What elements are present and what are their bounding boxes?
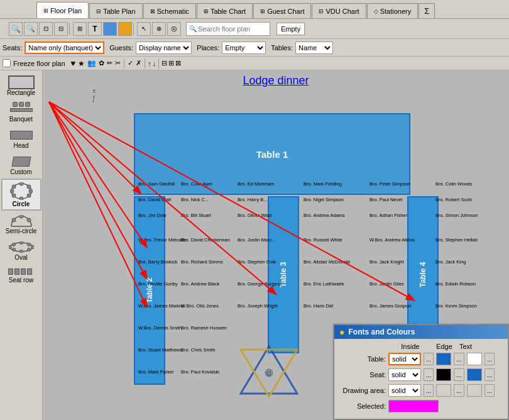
rectangle-label: Rectangle [7,89,35,96]
sidebar-item-banquet[interactable]: Banquet [1,99,41,125]
tab-table-chart[interactable]: ⊞ Table Chart [197,3,253,18]
panel-table-edge-color[interactable] [436,353,451,365]
grid-button[interactable]: ⊞ [73,22,87,36]
guest-name: Bro. Colin Woods [435,181,472,187]
panel-table-text-color[interactable] [467,353,482,365]
panel-seat-edge-color[interactable] [436,368,451,381]
icon-up[interactable]: ↑ [148,60,151,67]
sidebar-item-circle[interactable]: Circle [1,179,41,211]
guest-name: Bro. Jim Dole [138,213,167,218]
svg-line-29 [49,102,146,306]
icon-scissors[interactable]: ✂ [114,59,121,67]
table-3[interactable]: Table 3 [268,196,299,353]
seats-dropdown[interactable]: Name only (banquet) [25,41,104,54]
panel-title-bar[interactable]: ● Fonts and Colours [334,325,508,339]
panel-seat-text-color[interactable] [467,368,482,381]
guest-name: Bro. Adrian Fisher [369,213,407,218]
panel-seat-style[interactable]: solid [388,368,421,381]
zoom-out-button[interactable]: 🔍 [24,22,38,36]
panel-drawing-text-dots[interactable]: ... [484,384,495,397]
tool2-button[interactable]: ⊕ [152,22,166,36]
icon-grid1[interactable]: ⊟ [161,59,167,67]
tab-schematic[interactable]: ⊠ Schematic [143,3,196,18]
svg-point-11 [12,218,16,222]
zoom-in-button[interactable]: 🔍 [9,22,23,36]
panel-table-style[interactable]: solid [388,353,421,365]
svg-point-10 [27,218,31,222]
tab-stationery[interactable]: ◇ Stationery [367,3,419,18]
icon-check[interactable]: ✓ [127,59,134,67]
guest-name: Bro. Alistair McDonald [304,259,350,265]
panel-drawing-edge-color[interactable] [436,384,451,397]
sidebar-item-seat-row[interactable]: Seat row [1,264,41,286]
svg-point-6 [12,194,16,197]
guest-name: Bro. Mark Parker [138,369,174,375]
panel-table-text-dots[interactable]: ... [484,353,495,365]
sidebar-item-head[interactable]: Head [1,126,41,152]
col-header-edge: Edge [435,343,454,350]
panel-table-inside-dots[interactable]: ... [424,353,434,365]
panel-seat-text-dots[interactable]: ... [484,368,495,381]
search-input[interactable] [198,25,267,33]
panel-seat-inside-dots[interactable]: ... [424,368,434,381]
zoom-fit-button[interactable]: ⊡ [39,22,53,36]
panel-drawing-row: Drawing area: solid ... ... ... [338,384,504,397]
panel-drawing-style[interactable]: solid [388,384,421,397]
tab-guest-chart[interactable]: ⊞ Guest Chart [253,3,311,18]
guests-label: Guests: [109,44,133,52]
sigma-button[interactable]: Σ [419,3,435,18]
sidebar-item-custom[interactable]: Custom [1,152,41,178]
svg-text:G: G [266,370,271,377]
svg-line-28 [49,102,146,278]
tool3-button[interactable]: ◎ [167,22,181,36]
icon-down[interactable]: ↓ [153,60,156,67]
places-indicator: Empty [276,23,305,35]
panel-selected-color[interactable] [388,400,439,412]
panel-drawing-edge-dots[interactable]: ... [454,384,464,397]
icon-heart[interactable]: ♥ [70,58,77,68]
guests-dropdown[interactable]: Display name [136,41,192,54]
icon-people[interactable]: 👥 [87,59,97,67]
places-dropdown[interactable]: Empty [222,41,266,54]
guest-name: Bro. Paul Kovalski [181,369,219,375]
head-icon [8,128,35,142]
guest-name: Bro. Edwin Robson [435,281,476,287]
tables-dropdown[interactable]: Name [295,41,333,54]
svg-point-1 [19,182,23,185]
guest-name: Bro. Barry Bostock [138,259,178,265]
icon-grid3[interactable]: ⊠ [175,59,181,67]
sidebar-item-semi-circle[interactable]: Semi-circle [1,211,41,237]
freeze-checkbox[interactable] [3,59,11,67]
panel-title: Fonts and Colours [348,328,415,336]
tab-vdu-chart[interactable]: ⊟ VDU Chart [312,3,366,18]
guest-name: Bro. David Watt [138,197,171,202]
table-1-label: Table 1 [256,149,288,160]
panel-seat-row: Seat: solid ... ... ... [338,368,504,381]
guest-name: W.Bro. Trevor Metcalfe [138,237,186,243]
guest-name: Bro. Ed Markham [238,181,274,187]
custom-icon [8,155,35,169]
icon-flower[interactable]: ✿ [98,59,105,67]
table-2[interactable]: Table 2 [134,196,165,385]
icon-edit[interactable]: ✏ [106,59,113,67]
panel-drawing-inside-dots[interactable]: ... [424,384,434,397]
color2-button[interactable] [118,22,132,36]
tab-floor-plan[interactable]: ⊞ Floor Plan [36,2,89,18]
icon-x[interactable]: ✗ [135,59,142,67]
tab-table-plan[interactable]: ⊟ Table Plan [89,3,142,18]
zoom-reset-button[interactable]: ⊟ [54,22,68,36]
sidebar-item-rectangle[interactable]: Rectangle [1,73,41,99]
panel-seat-edge-dots[interactable]: ... [454,368,464,381]
guest-name: Bro. Robert Scott [435,197,472,202]
sidebar-item-oval[interactable]: Oval [1,238,41,263]
seats-label: Seats: [3,44,22,52]
semi-circle-icon [8,214,35,228]
text-button[interactable]: T [88,22,102,36]
icon-star[interactable]: ★ [77,59,85,68]
tool1-button[interactable]: ↖ [137,22,151,36]
color1-button[interactable] [103,22,117,36]
panel-table-edge-dots[interactable]: ... [454,353,464,365]
circle-label: Circle [13,201,30,207]
icon-grid2[interactable]: ⊞ [168,59,174,67]
panel-drawing-text-color[interactable] [467,384,482,397]
